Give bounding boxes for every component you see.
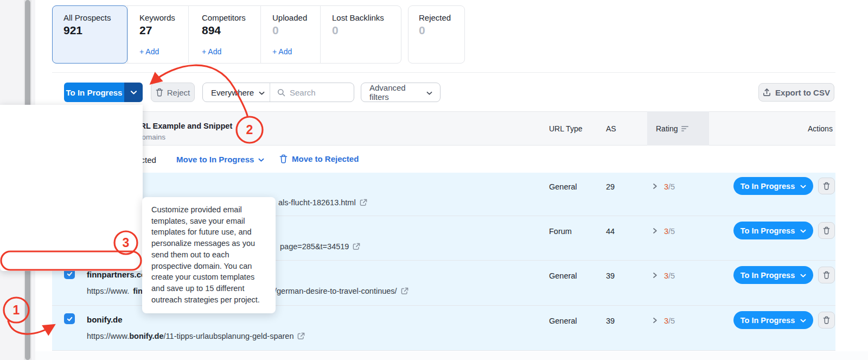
- row-url-type: Forum: [549, 227, 572, 236]
- reject-label: Reject: [167, 88, 190, 97]
- expand-rating-icon[interactable]: [653, 183, 658, 190]
- rating-header-label: Rating: [656, 124, 678, 133]
- row-url-suffix[interactable]: /german-desire-to-travel-continues/: [275, 287, 409, 295]
- tab-rejected-count: 0: [419, 24, 425, 37]
- customize-strategies-tooltip: Customize provided email templates, save…: [142, 197, 276, 313]
- row-reject-button[interactable]: [818, 178, 835, 194]
- row-action-label: To In Progress: [741, 271, 795, 280]
- rating-max: /5: [668, 182, 675, 191]
- row-authority-score: 39: [606, 271, 615, 280]
- row-action-label: To In Progress: [741, 182, 795, 191]
- row-reject-button[interactable]: [818, 312, 835, 329]
- row-url-text: als-flucht-182613.html: [278, 198, 356, 207]
- tab-divider: [320, 5, 321, 64]
- tab-divider: [260, 5, 261, 64]
- tab-lost-backlinks-label[interactable]: Lost Backlinks: [332, 13, 384, 22]
- row-rating: 3/5: [664, 271, 675, 280]
- tab-rejected-label[interactable]: Rejected: [419, 13, 451, 22]
- row-reject-button[interactable]: [818, 222, 835, 239]
- row-checkbox[interactable]: [64, 313, 75, 324]
- rating-max: /5: [668, 227, 675, 236]
- row-to-in-progress-button[interactable]: To In Progress: [733, 222, 813, 239]
- search-input[interactable]: Search: [270, 88, 354, 97]
- tab-competitors-label[interactable]: Competitors: [202, 13, 246, 22]
- row-rating: 3/5: [664, 227, 675, 236]
- external-link-icon[interactable]: [401, 287, 409, 295]
- sort-descending-icon: [681, 126, 688, 131]
- column-header-rating[interactable]: Rating: [656, 124, 688, 133]
- row-rating: 3/5: [664, 182, 675, 191]
- column-header-as[interactable]: AS: [606, 124, 616, 133]
- row-url-type: General: [549, 182, 577, 191]
- tooltip-text: Customize provided email templates, save…: [151, 204, 267, 306]
- content-card-top-border: [52, 72, 835, 73]
- external-link-icon[interactable]: [360, 199, 367, 206]
- move-to-in-progress-label: Move to In Progress: [176, 155, 254, 164]
- search-scope-dropdown[interactable]: Everywhere: [203, 83, 270, 102]
- search-placeholder: Search: [290, 88, 316, 97]
- chevron-down-icon: [800, 316, 806, 325]
- move-to-rejected-link[interactable]: Move to Rejected: [279, 154, 359, 163]
- row-url-domain: bonify.de: [129, 332, 163, 340]
- chevron-down-icon: [800, 182, 806, 191]
- bulk-action-bar: [52, 146, 835, 173]
- row-reject-button[interactable]: [818, 267, 835, 283]
- tab-uploaded-label[interactable]: Uploaded: [272, 13, 307, 22]
- chevron-down-icon: [130, 87, 137, 97]
- expand-rating-icon[interactable]: [653, 228, 658, 234]
- row-url-text: page=285&t=34519: [280, 242, 349, 251]
- tab-competitors-count: 894: [202, 24, 221, 37]
- move-to-in-progress-link[interactable]: Move to In Progress: [176, 155, 264, 164]
- move-to-rejected-label: Move to Rejected: [292, 154, 359, 163]
- advanced-filters-dropdown[interactable]: Advanced filters: [361, 83, 441, 102]
- row-url[interactable]: https://www.bonify.de/11-tipps-urlaubspl…: [87, 332, 305, 340]
- rating-value: 3: [664, 227, 668, 236]
- row-url[interactable]: page=285&t=34519: [280, 242, 360, 251]
- row-authority-score: 29: [606, 182, 615, 191]
- column-header-actions: Actions: [808, 124, 833, 133]
- row-to-in-progress-button[interactable]: To In Progress: [733, 266, 813, 284]
- add-uploaded-link[interactable]: + Add: [272, 47, 292, 56]
- next-row-edge: [35, 351, 868, 360]
- tab-divider: [188, 5, 189, 64]
- row-url-type: General: [549, 271, 577, 280]
- row-url-scheme: https://www.: [87, 332, 129, 340]
- row-url-scheme: https://www.: [87, 287, 129, 295]
- row-authority-score: 39: [606, 317, 615, 325]
- add-competitors-link[interactable]: + Add: [202, 47, 221, 56]
- add-keywords-link[interactable]: + Add: [139, 47, 159, 56]
- tab-keywords-label[interactable]: Keywords: [139, 13, 175, 22]
- chevron-down-icon: [259, 88, 265, 97]
- row-rating: 3/5: [664, 317, 675, 325]
- column-header-url-type[interactable]: URL Type: [549, 124, 582, 133]
- column-header-url-example[interactable]: URL Example and Snippet: [135, 122, 232, 130]
- bulk-strategy-dropdown-toggle[interactable]: [124, 83, 143, 102]
- expand-rating-icon[interactable]: [653, 317, 658, 324]
- expand-rating-icon[interactable]: [653, 272, 658, 279]
- tab-all-prospects-label[interactable]: All Prospects: [63, 13, 111, 22]
- row-to-in-progress-button[interactable]: To In Progress: [733, 311, 813, 329]
- advanced-filters-label: Advanced filters: [369, 83, 426, 102]
- row-action-label: To In Progress: [741, 316, 795, 325]
- rating-value: 3: [664, 317, 668, 325]
- external-link-icon[interactable]: [353, 243, 360, 250]
- tab-lost-backlinks-count: 0: [332, 24, 339, 37]
- export-icon: [763, 88, 771, 97]
- trash-icon: [279, 154, 288, 163]
- export-to-csv-button[interactable]: Export to CSV: [758, 83, 834, 102]
- row-to-in-progress-button[interactable]: To In Progress: [733, 177, 813, 195]
- row-url-text: /german-desire-to-travel-continues/: [275, 287, 397, 295]
- row-url[interactable]: als-flucht-182613.html: [278, 198, 367, 207]
- rating-max: /5: [668, 271, 675, 280]
- link-building-prospects-page: All Prospects 921 Keywords 27 + Add Comp…: [0, 0, 868, 360]
- rating-max: /5: [668, 317, 675, 325]
- reject-button[interactable]: Reject: [151, 83, 195, 102]
- bulk-to-in-progress-button[interactable]: To In Progress: [64, 83, 124, 102]
- row-domain[interactable]: bonify.de: [87, 315, 123, 324]
- external-link-icon[interactable]: [297, 332, 305, 340]
- row-authority-score: 44: [606, 227, 615, 236]
- chevron-down-icon: [426, 88, 432, 97]
- export-to-csv-label: Export to CSV: [775, 88, 830, 97]
- chevron-down-icon: [800, 271, 806, 280]
- tab-uploaded-count: 0: [272, 24, 279, 37]
